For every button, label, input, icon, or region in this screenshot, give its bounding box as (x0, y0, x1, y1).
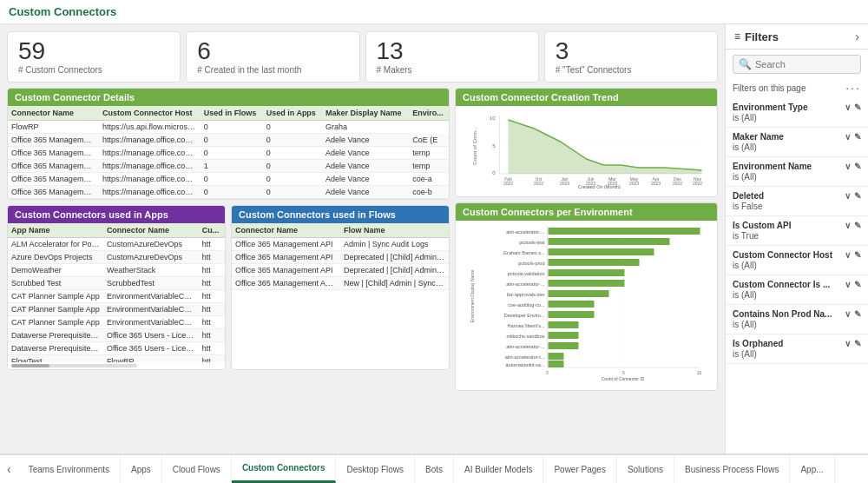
filter-item-0[interactable]: Environment Type ∨ ✎ is (All) (726, 98, 868, 128)
nav-tab-8[interactable]: Solutions (617, 455, 674, 483)
filter-edit-7[interactable]: ✎ (854, 309, 861, 319)
filter-chevron-3[interactable]: ∨ (845, 191, 851, 201)
filter-item-6[interactable]: Custom Connector Is ... ∨ ✎ is (All) (726, 275, 868, 305)
filter-name-8: Is Orphaned ∨ ✎ (733, 339, 861, 348)
per-environment-header: Custom Connectors per Environment (456, 203, 717, 221)
nav-tab-10[interactable]: App... (790, 455, 834, 483)
filter-edit-1[interactable]: ✎ (854, 132, 861, 142)
table-row: Office 365 Management APIhttps://manage.… (8, 160, 449, 173)
creation-trend-svg: 10 5 0 Count of Conn... (463, 111, 710, 189)
apps-table: App NameConnector NameCu... ALM Accelera… (8, 223, 225, 362)
filter-chevron-8[interactable]: ∨ (845, 339, 851, 348)
filter-edit-0[interactable]: ✎ (854, 103, 861, 112)
kpi-label-2: # Makers (377, 65, 528, 75)
svg-text:5: 5 (622, 370, 625, 375)
svg-text:alm-accelerator-...: alm-accelerator-... (506, 344, 545, 349)
svg-text:10: 10 (697, 370, 702, 375)
nav-tab-5[interactable]: Bots (415, 455, 454, 483)
filter-item-7[interactable]: Contains Non Prod Na... ∨ ✎ is (All) (726, 305, 868, 334)
filter-name-2: Environment Name ∨ ✎ (733, 162, 861, 171)
kpi-label-3: # "Test" Connectors (556, 65, 707, 75)
filter-value-2: is (All) (733, 172, 861, 182)
filter-chevron-1[interactable]: ∨ (845, 132, 851, 142)
filter-icon: ≡ (734, 30, 740, 43)
svg-text:2022: 2022 (534, 181, 543, 186)
svg-text:pctools-validation: pctools-validation (508, 271, 545, 276)
filter-name-4: Is Custom API ∨ ✎ (733, 221, 861, 230)
table-row: Azure DevOps ProjectsCustomAzureDevOpsht… (8, 251, 225, 264)
svg-text:2022: 2022 (503, 181, 513, 186)
filter-chevron-2[interactable]: ∨ (845, 162, 851, 171)
kpi-card-1: 6# Created in the last month (186, 31, 359, 83)
table-row: Office 365 Management APIDeprecated | [C… (232, 264, 449, 277)
filters-more-icon[interactable]: ··· (845, 81, 861, 95)
connector-details-card: Custom Connector Details Connector NameC… (7, 88, 450, 200)
table-row: CAT Planner Sample AppEnvironmentVariabl… (8, 303, 225, 316)
table-row: Office 365 Management API NewNew | [Chil… (232, 277, 449, 290)
svg-rect-40 (549, 259, 640, 266)
filter-edit-5[interactable]: ✎ (854, 250, 861, 260)
kpi-card-2: 13# Makers (365, 31, 539, 83)
filter-value-7: is (All) (733, 320, 861, 329)
kpi-label-1: # Created in the last month (197, 65, 348, 75)
svg-text:Count of Connector ID: Count of Connector ID (602, 376, 645, 381)
table-row: Office 365 Management APIAdmin | Sync Au… (232, 238, 449, 251)
apps-table-header: Custom Connectors used in Apps (8, 206, 225, 223)
filter-item-8[interactable]: Is Orphaned ∨ ✎ is (All) (726, 334, 868, 364)
nav-tab-4[interactable]: Desktop Flows (336, 455, 415, 483)
nav-left-arrow[interactable]: ‹ (0, 455, 18, 483)
kpi-number-1: 6 (197, 39, 348, 63)
filter-edit-6[interactable]: ✎ (854, 280, 861, 289)
filter-item-2[interactable]: Environment Name ∨ ✎ is (All) (726, 157, 868, 187)
filter-chevron-5[interactable]: ∨ (845, 250, 851, 260)
filter-value-3: is False (733, 202, 861, 211)
filter-chevron-7[interactable]: ∨ (845, 309, 851, 319)
filter-name-5: Custom Connector Host ∨ ✎ (733, 250, 861, 260)
svg-text:2022: 2022 (693, 181, 702, 186)
filter-item-4[interactable]: Is Custom API ∨ ✎ is True (726, 216, 868, 246)
filter-edit-4[interactable]: ✎ (854, 221, 861, 230)
flows-table: Connector NameFlow Name Office 365 Manag… (232, 223, 449, 290)
nav-tab-0[interactable]: Teams Environments (18, 455, 121, 483)
svg-text:alm-accelerator-...: alm-accelerator-... (506, 281, 545, 287)
filter-chevron-6[interactable]: ∨ (845, 280, 851, 289)
filter-edit-8[interactable]: ✎ (854, 339, 861, 348)
filter-item-5[interactable]: Custom Connector Host ∨ ✎ is (All) (726, 246, 868, 275)
svg-rect-44 (549, 280, 625, 287)
table-row: CAT Planner Sample AppEnvironmentVariabl… (8, 290, 225, 303)
filter-search-box[interactable]: 🔍 (733, 55, 861, 74)
filter-name-6: Custom Connector Is ... ∨ ✎ (733, 280, 861, 289)
filter-chevron-0[interactable]: ∨ (845, 103, 851, 112)
flows-table-header: Custom Connectors used in Flows (232, 206, 449, 223)
nav-tab-6[interactable]: AI Builder Models (454, 455, 543, 483)
filters-title: ≡ Filters (734, 30, 779, 43)
nav-tab-3[interactable]: Custom Connectors (232, 455, 337, 483)
per-environment-card: Custom Connectors per Environment 0 5 10… (455, 202, 718, 391)
svg-rect-50 (549, 311, 595, 318)
filter-chevron-4[interactable]: ∨ (845, 221, 851, 230)
filter-edit-2[interactable]: ✎ (854, 162, 861, 171)
nav-tab-2[interactable]: Cloud Flows (162, 455, 232, 483)
svg-rect-36 (549, 238, 670, 245)
filter-item-3[interactable]: Deleted ∨ ✎ is False (726, 187, 868, 216)
svg-rect-38 (549, 248, 654, 255)
filter-name-3: Deleted ∨ ✎ (733, 191, 861, 201)
filter-edit-3[interactable]: ✎ (854, 191, 861, 201)
filter-search-input[interactable] (755, 59, 868, 69)
filter-value-4: is True (733, 231, 861, 241)
filter-value-1: is (All) (733, 142, 861, 152)
table-row: Office 365 Management API Newhttps://man… (8, 173, 449, 186)
svg-rect-54 (549, 332, 579, 339)
svg-text:milkochs-sandbox: milkochs-sandbox (506, 334, 544, 339)
filters-expand-icon[interactable]: › (855, 30, 859, 43)
svg-text:coe-auditlog-co...: coe-auditlog-co... (508, 302, 545, 308)
nav-tab-7[interactable]: Power Pages (543, 455, 616, 483)
creation-trend-header: Custom Connector Creation Trend (456, 89, 717, 106)
apps-table-card: Custom Connectors used in Apps App NameC… (7, 205, 226, 370)
nav-tab-9[interactable]: Business Process Flows (674, 455, 790, 483)
svg-text:Hannes Niemi's...: Hannes Niemi's... (508, 323, 545, 328)
table-row: FlowTestFlowRPhtt (8, 355, 225, 363)
filter-item-1[interactable]: Maker Name ∨ ✎ is (All) (726, 128, 868, 157)
nav-tab-1[interactable]: Apps (121, 455, 162, 483)
filters-panel: ≡ Filters › 🔍 Filters on this page ··· E… (725, 24, 868, 453)
